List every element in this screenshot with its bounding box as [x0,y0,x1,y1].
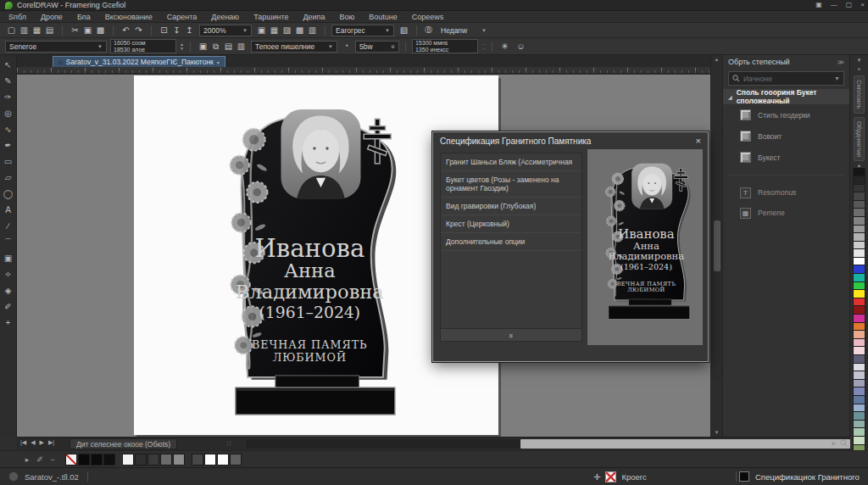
options-icon[interactable]: ▧ [398,24,410,36]
launch-combo[interactable]: Недаnw ▼ [437,25,490,36]
docker-tab-styles[interactable]: Снплоиль [854,75,865,114]
palette-color-swatch[interactable] [853,347,865,355]
snap-grid-icon[interactable]: ▩ [293,24,306,36]
rotate-icon[interactable]: ◔ [341,40,352,53]
vertical-scroll-thumb[interactable] [714,220,721,271]
polygon-tool[interactable]: ▱ [1,170,16,186]
palette-color-swatch[interactable] [853,249,865,258]
palette-color-swatch[interactable] [853,201,865,209]
tree-item[interactable]: Букест [723,147,849,168]
palette-color-swatch[interactable] [853,185,865,193]
zoom-tool[interactable]: ◎ [1,105,16,121]
palette-color-swatch[interactable] [853,323,865,332]
menu-item[interactable]: Деенаю [211,13,239,21]
document-color-swatch[interactable] [192,454,203,465]
palette-color-swatch[interactable] [853,282,865,291]
open-icon[interactable]: ▥ [18,24,31,36]
palette-color-swatch[interactable] [853,168,865,176]
menu-item[interactable]: Деипа [303,13,325,21]
document-color-swatch[interactable] [65,454,77,465]
vertical-scrollbar[interactable]: ▲ ▼ [710,55,722,437]
dialog-title-bar[interactable]: Спецификация Гранитного Памятника × [433,132,708,149]
maximize-button[interactable]: ▢ [846,1,853,9]
menu-item[interactable]: Сарента [167,13,198,21]
minimize-button[interactable]: — [831,1,837,9]
palette-color-swatch[interactable] [853,274,865,282]
palette-color-swatch[interactable] [853,355,865,364]
launch-icon[interactable]: Ⓑ [423,24,434,36]
horizontal-scroll-thumb[interactable] [520,439,850,449]
expand-list-button[interactable]: » [441,328,581,341]
rectangle-tool[interactable]: ▭ [1,153,16,170]
scroll-down-icon[interactable]: ▼ [715,430,720,435]
text-tool[interactable]: A [1,202,16,218]
page-icon[interactable]: ▣ [197,40,209,53]
close-button[interactable]: × [860,1,865,9]
save-icon[interactable]: ▦ [31,24,43,36]
tree-group-header[interactable]: ◢ Споль гооориня Букет сположеачный [723,89,849,104]
outline-tool[interactable]: ✐ [1,298,16,315]
menu-item[interactable]: Дропе [41,13,63,21]
last-page-icon[interactable]: ▶| [48,439,54,446]
monument-artwork[interactable] [208,86,407,425]
page-tab[interactable]: Дит селеснее окоое (Обюts) [70,438,177,449]
menu-item[interactable]: Copeews [412,13,444,21]
freehand-tool[interactable]: ∿ [1,121,16,137]
size-fields[interactable]: 15300 ммнs 1350 инексс [412,39,478,53]
group-icon[interactable]: ▤ [222,40,235,53]
palette-color-swatch[interactable] [853,233,865,242]
close-strip-icon[interactable]: × [857,64,860,74]
tree-item[interactable]: Стиль геодерки [723,104,849,125]
size-spinner[interactable]: －－ [481,42,486,51]
next-page-icon[interactable]: ▶ [40,439,44,446]
eyedropper-icon[interactable]: ✐ [35,455,45,464]
palette-color-swatch[interactable] [853,242,865,250]
snap-to-combo[interactable]: Еагогрес ▼ [331,25,394,36]
palette-color-swatch[interactable] [853,437,865,445]
palette-color-swatch[interactable] [853,387,865,396]
document-color-swatch[interactable] [160,454,172,465]
docker-search-box[interactable]: ▼ [728,71,844,86]
copy-icon[interactable]: ▣ [81,24,94,36]
document-color-swatch[interactable] [135,454,147,465]
blend-mode-combo[interactable]: Тепоее пишелние ▼ [251,41,337,53]
document-color-swatch[interactable] [103,454,115,465]
zoom-navigator-icon[interactable] [840,439,848,447]
settings-gear-icon[interactable]: ✳ [498,40,511,53]
scroll-right-icon[interactable]: ▶ [832,440,837,447]
specification-list-item[interactable]: Букет цветов (Розы - заменено на орнамен… [441,171,581,198]
palette-color-swatch[interactable] [853,265,865,274]
publish-icon[interactable]: ↥ [183,24,196,36]
pen-tool[interactable]: ✒ [1,137,16,153]
document-color-swatch[interactable] [173,454,185,465]
eyedropper-tool[interactable]: ✧ [1,266,16,282]
menu-item[interactable]: Бпа [77,13,91,21]
first-page-icon[interactable]: |◀ [20,439,26,446]
dialog-close-button[interactable]: × [696,136,701,146]
cut-icon[interactable]: ✂ [69,24,81,36]
fill-tool[interactable]: ◈ [1,282,16,298]
welcome-icon[interactable]: ☺ [515,40,527,53]
palette-color-swatch[interactable] [853,306,865,315]
angle-field[interactable]: 5bw ⊕ [355,41,399,53]
position-fields[interactable]: 16050 соом 18530 алое [110,39,176,53]
palette-color-swatch[interactable] [853,226,865,234]
palette-color-swatch[interactable] [853,412,865,421]
palette-color-swatch[interactable] [853,421,865,429]
shape-tool[interactable]: ✎ [1,73,16,89]
document-color-swatch[interactable] [122,454,134,465]
frame-tool[interactable]: ▣ [1,250,16,266]
smear-tool[interactable]: ✑ [1,89,16,105]
document-color-swatch[interactable] [204,454,216,465]
full-screen-preview-icon[interactable]: ▣ [255,24,268,36]
docker-search-input[interactable] [743,75,831,83]
previous-page-icon[interactable]: ◀ [31,439,35,446]
palette-color-swatch[interactable] [853,209,865,217]
ellipse-tool[interactable]: ◯ [1,186,16,202]
palette-color-swatch[interactable] [853,380,865,388]
bezier-tool[interactable]: ⌒ [1,234,16,250]
palette-color-swatch[interactable] [853,298,865,307]
tree-item[interactable]: T Resomonus [723,182,849,203]
palette-color-swatch[interactable] [853,364,865,372]
palette-color-swatch[interactable] [853,258,865,266]
